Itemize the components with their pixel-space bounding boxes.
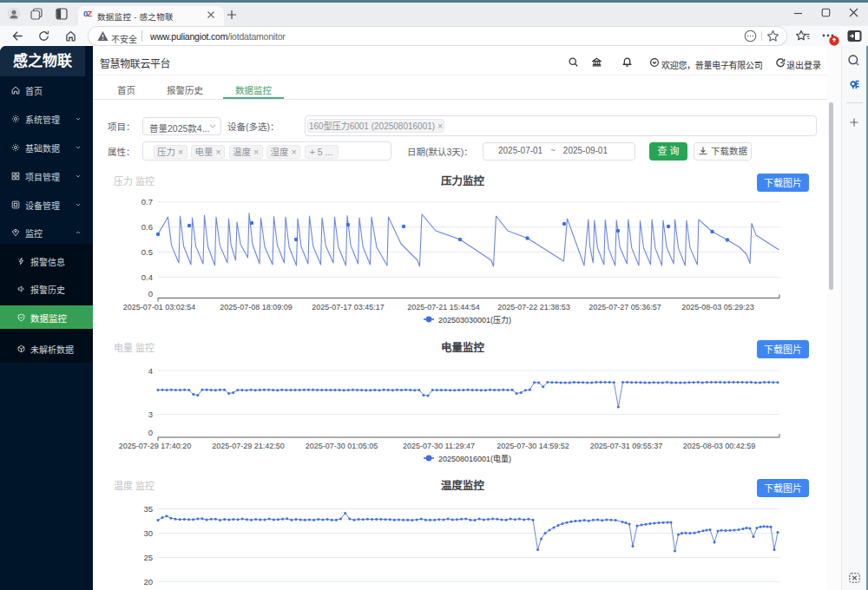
svg-text:3: 3 bbox=[148, 410, 153, 419]
svg-text:35: 35 bbox=[143, 504, 153, 514]
svg-text:2025-08-03 00:42:59: 2025-08-03 00:42:59 bbox=[683, 442, 756, 450]
svg-text:0.5: 0.5 bbox=[141, 247, 153, 257]
svg-text:电量 监控: 电量 监控 bbox=[114, 342, 155, 353]
svg-text:2025-07-17 03:45:17: 2025-07-17 03:45:17 bbox=[312, 303, 385, 311]
svg-text:0: 0 bbox=[148, 289, 153, 298]
svg-text:温度监控: 温度监控 bbox=[441, 479, 485, 492]
svg-text:0.6: 0.6 bbox=[141, 222, 153, 232]
svg-text:2025-07-27 05:36:57: 2025-07-27 05:36:57 bbox=[589, 303, 661, 311]
svg-text:0: 0 bbox=[148, 428, 153, 437]
svg-text:20: 20 bbox=[143, 577, 153, 587]
svg-text:0.7: 0.7 bbox=[141, 197, 153, 206]
svg-text:25: 25 bbox=[143, 553, 153, 562]
svg-text:下载图片: 下载图片 bbox=[764, 483, 802, 494]
svg-text:2025-07-29 17:40:20: 2025-07-29 17:40:20 bbox=[119, 442, 192, 450]
svg-text:202508016001(电量): 202508016001(电量) bbox=[438, 454, 511, 463]
svg-text:2025-07-30 11:29:47: 2025-07-30 11:29:47 bbox=[403, 442, 475, 450]
svg-text:202503030001(压力): 202503030001(压力) bbox=[438, 315, 511, 324]
svg-text:0.4: 0.4 bbox=[141, 272, 153, 282]
svg-text:2025-07-08 18:09:09: 2025-07-08 18:09:09 bbox=[220, 303, 293, 311]
svg-text:2025-07-22 21:38:53: 2025-07-22 21:38:53 bbox=[497, 303, 570, 311]
svg-text:2025-07-29 21:42:50: 2025-07-29 21:42:50 bbox=[212, 442, 285, 450]
svg-text:2025-07-21 15:44:54: 2025-07-21 15:44:54 bbox=[407, 303, 480, 311]
svg-text:2025-07-30 14:59:52: 2025-07-30 14:59:52 bbox=[496, 442, 569, 450]
svg-text:2025-07-31 09:55:37: 2025-07-31 09:55:37 bbox=[590, 442, 663, 450]
svg-text:2025-08-03 05:29:23: 2025-08-03 05:29:23 bbox=[681, 303, 754, 311]
svg-text:30: 30 bbox=[143, 528, 153, 538]
svg-text:电量监控: 电量监控 bbox=[441, 341, 485, 354]
svg-text:温度 监控: 温度 监控 bbox=[114, 480, 155, 491]
svg-text:压力监控: 压力监控 bbox=[441, 174, 485, 187]
svg-text:4: 4 bbox=[148, 366, 153, 376]
svg-text:2025-07-30 01:05:05: 2025-07-30 01:05:05 bbox=[306, 442, 378, 450]
svg-text:下载图片: 下载图片 bbox=[764, 344, 802, 355]
svg-text:压力 监控: 压力 监控 bbox=[114, 175, 155, 187]
svg-text:2025-07-01 03:02:54: 2025-07-01 03:02:54 bbox=[123, 303, 196, 311]
svg-text:下载图片: 下载图片 bbox=[764, 178, 802, 188]
